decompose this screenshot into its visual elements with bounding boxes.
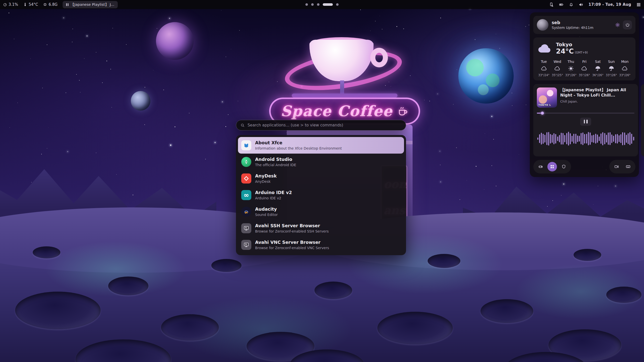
- arduino-icon: ∞: [241, 190, 251, 200]
- earth-planet: [458, 48, 514, 104]
- result-title: About Xfce: [255, 140, 342, 146]
- gamepad-button[interactable]: [536, 162, 545, 171]
- media-player-card: TOKYO L 【Japanese Playlist】 Japan All Ni…: [533, 84, 638, 156]
- result-subtitle: Sound Editor: [255, 213, 278, 217]
- result-title: Android Studio: [255, 157, 296, 162]
- battery-icon: [559, 2, 564, 7]
- album-art-caption: TOKYO L: [538, 104, 551, 106]
- bell-icon: [569, 2, 574, 7]
- workspace-dot[interactable]: [311, 3, 314, 6]
- forecast-day: Mon 33°/26°: [618, 60, 631, 77]
- weather-card[interactable]: Tokyo 24°C(GMT+9) Tue 33°/24° Wed 35°/25…: [533, 37, 635, 80]
- result-title: Arduino IDE v2: [255, 190, 292, 196]
- result-subtitle: AnyDesk: [255, 179, 277, 184]
- workspace-active-pill[interactable]: [323, 3, 333, 6]
- workspace-indicator[interactable]: [305, 0, 339, 9]
- grid-icon: [636, 2, 641, 7]
- memory-value: 6.8G: [49, 2, 57, 7]
- control-panel: seb System Uptime: 4h11m Tokyo 24°C(GMT+…: [530, 12, 639, 177]
- system-uptime: System Uptime: 4h11m: [552, 26, 612, 30]
- purple-planet: [156, 22, 194, 60]
- power-button[interactable]: [623, 20, 632, 29]
- temperature-gauge: 54°C: [643, 104, 644, 120]
- video-camera-icon: [614, 164, 619, 169]
- volume-button[interactable]: [579, 2, 583, 7]
- app-grid-button[interactable]: [636, 2, 641, 7]
- result-audacity[interactable]: AudacitySound Editor: [238, 203, 404, 220]
- quick-actions-left: [533, 160, 571, 173]
- media-progress-handle[interactable]: [541, 112, 544, 115]
- media-progress-fill: [537, 113, 541, 114]
- anydesk-icon: [241, 173, 251, 184]
- moon-crater: [574, 249, 601, 261]
- keyboard-icon: [626, 164, 631, 169]
- screen-record-button[interactable]: [612, 162, 621, 171]
- server-browser-icon: [241, 240, 251, 250]
- moon-crater: [480, 299, 533, 323]
- notifications-button[interactable]: [569, 2, 574, 7]
- moon-crater: [108, 277, 148, 295]
- result-android-studio[interactable]: Android StudioThe official Android IDE: [238, 154, 404, 170]
- moon-crater: [606, 287, 641, 303]
- result-subtitle: Information about the Xfce Desktop Envir…: [255, 146, 342, 150]
- clock[interactable]: 17:09 - Tue, 19 Aug: [588, 2, 631, 7]
- phone-wrench-icon: [549, 2, 554, 7]
- result-title: Avahi VNC Server Browser: [255, 240, 329, 245]
- apps-button[interactable]: [547, 162, 557, 171]
- avatar[interactable]: [537, 19, 548, 31]
- workspace-dot[interactable]: [305, 3, 308, 6]
- username: seb: [552, 20, 612, 25]
- result-about-xfce[interactable]: About XfceInformation about the Xfce Des…: [238, 137, 404, 154]
- security-button[interactable]: [559, 162, 569, 171]
- album-art[interactable]: TOKYO L: [537, 87, 557, 108]
- result-subtitle: Browse for Zeroconf-enabled VNC Servers: [255, 246, 329, 250]
- moon-crater: [75, 339, 171, 362]
- media-waveform: [537, 130, 634, 148]
- search-icon: [240, 123, 245, 128]
- pause-button[interactable]: [580, 118, 591, 126]
- memory-indicator[interactable]: 6.8G: [43, 2, 57, 7]
- sun-icon: [568, 65, 574, 72]
- workspace-dot[interactable]: [336, 3, 339, 6]
- forecast-day: Thu 33°/26°: [564, 60, 577, 77]
- power-icon: [625, 23, 630, 27]
- result-anydesk[interactable]: AnyDeskAnyDesk: [238, 170, 404, 187]
- battery-button[interactable]: [559, 2, 564, 7]
- cloud-icon: [622, 65, 628, 72]
- workspace-dot[interactable]: [317, 3, 319, 6]
- shield-icon: [561, 164, 566, 169]
- result-avahi-ssh[interactable]: Avahi SSH Server BrowserBrowse for Zeroc…: [238, 220, 404, 237]
- moon-crater: [33, 246, 60, 258]
- media-progress-bar[interactable]: [537, 113, 634, 114]
- track-title: 【Japanese Playlist】 Japan All Night - To…: [560, 87, 634, 98]
- coffee-cup-icon: [397, 105, 409, 117]
- sign-pole: [340, 80, 344, 95]
- media-playlist-button[interactable]: 【Japanese Playlist】 J...: [63, 1, 118, 8]
- desktop: oon ans Space Coffee: [0, 0, 644, 362]
- moon-crater: [15, 292, 101, 329]
- search-input[interactable]: [248, 123, 402, 127]
- gamepad-icon: [538, 164, 543, 169]
- result-arduino[interactable]: ∞ Arduino IDE v2Arduino IDE v2: [238, 187, 404, 203]
- cpu-usage-indicator[interactable]: 3.1%: [3, 2, 18, 7]
- keyboard-button[interactable]: [623, 162, 633, 171]
- moon-crater: [377, 312, 453, 344]
- quick-actions-right: [609, 160, 635, 173]
- gear-icon: [615, 22, 620, 28]
- cpu-gauge-icon: [3, 3, 7, 7]
- user-card: seb System Uptime: 4h11m: [533, 16, 635, 34]
- cloud-icon: [581, 65, 587, 72]
- result-subtitle: Browse for Zeroconf-enabled SSH Servers: [255, 229, 329, 233]
- cloud-icon: [554, 65, 560, 72]
- launcher-search-bar[interactable]: [236, 120, 406, 130]
- temperature-indicator[interactable]: 54°C: [23, 2, 38, 7]
- memory-gauge: 14%: [643, 120, 644, 137]
- forecast-day: Wed 35°/25°: [551, 60, 564, 77]
- result-avahi-vnc[interactable]: Avahi VNC Server BrowserBrowse for Zeroc…: [238, 237, 404, 253]
- track-artist: Chill Japan.: [560, 100, 634, 103]
- thermometer-icon: [23, 3, 27, 7]
- forecast-day: Fri 35°/26°: [578, 60, 591, 77]
- settings-button[interactable]: [615, 22, 620, 28]
- umbrella-rain-icon: [608, 65, 615, 72]
- device-tools-button[interactable]: [549, 2, 554, 7]
